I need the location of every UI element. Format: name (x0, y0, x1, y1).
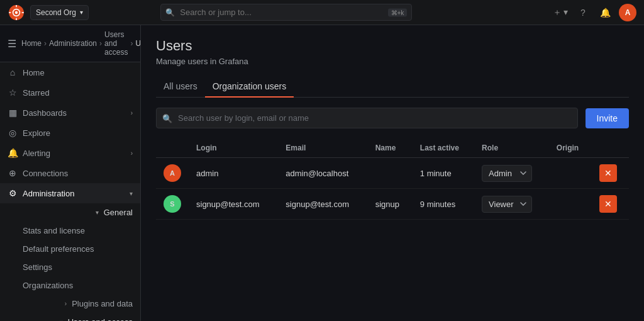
grafana-logo[interactable] (8, 4, 25, 21)
col-actions (592, 138, 629, 158)
search-invite-row: 🔍 Invite (156, 108, 629, 128)
cell-email: admin@localhost (278, 158, 367, 189)
page-subtitle: Manage users in Grafana (156, 57, 629, 66)
avatar: S (164, 195, 181, 213)
table-row: A admin admin@localhost 1 minute AdminEd… (156, 158, 629, 189)
sidebar-item-organizations[interactable]: Organizations (0, 276, 140, 295)
search-shortcut-badge: ⌘+k (388, 8, 408, 16)
sidebar-dashboards-label: Dashboards (23, 108, 67, 118)
plugins-chevron-icon: › (65, 300, 67, 307)
sidebar-administration-label: Administration (23, 189, 74, 198)
notifications-button[interactable]: 🔔 (596, 3, 615, 22)
search-input[interactable] (160, 4, 412, 21)
administration-chevron-icon: ▾ (130, 190, 133, 197)
sidebar-item-alerting[interactable]: 🔔 Alerting › (0, 143, 140, 163)
invite-button[interactable]: Invite (586, 108, 629, 128)
breadcrumb-administration[interactable]: Administration (49, 39, 97, 48)
cell-origin (549, 158, 592, 189)
sidebar-item-explore[interactable]: ◎ Explore (0, 123, 140, 143)
cell-last-active: 9 minutes (413, 189, 474, 220)
sidebar-group-users-access[interactable]: ▾ Users and access (0, 313, 140, 321)
sidebar: ☰ Home › Administration › Users and acce… (0, 25, 141, 321)
table-row: S signup@test.com signup@test.com signup… (156, 189, 629, 220)
cell-origin (549, 189, 592, 220)
sidebar-connections-label: Connections (23, 169, 68, 178)
settings-label: Settings (23, 262, 52, 272)
col-email: Email (278, 138, 367, 158)
delete-button[interactable]: ✕ (599, 195, 617, 213)
explore-icon: ◎ (8, 128, 18, 138)
user-search-icon: 🔍 (162, 113, 172, 123)
sidebar-home-label: Home (23, 68, 45, 77)
cell-role: AdminEditorViewer (474, 189, 549, 220)
sidebar-item-settings[interactable]: Settings (0, 258, 140, 276)
sidebar-starred-label: Starred (23, 88, 50, 98)
add-icon: ＋ ▾ (553, 7, 569, 18)
tab-org-users[interactable]: Organization users (205, 76, 294, 98)
help-icon: ? (580, 8, 586, 18)
organizations-label: Organizations (23, 281, 73, 290)
user-avatar[interactable]: A (619, 4, 636, 21)
sidebar-group-general[interactable]: ▾ General (0, 203, 140, 222)
delete-button[interactable]: ✕ (599, 164, 617, 182)
tab-all-users[interactable]: All users (156, 76, 205, 98)
sidebar-plugins-label: Plugins and data (72, 299, 133, 308)
sidebar-item-default-preferences[interactable]: Default preferences (0, 240, 140, 258)
svg-point-6 (15, 11, 18, 13)
org-dropdown-icon: ▾ (80, 9, 83, 16)
breadcrumb-home[interactable]: Home (21, 39, 42, 48)
cell-delete: ✕ (592, 189, 629, 220)
alerting-icon: 🔔 (8, 148, 18, 158)
sidebar-item-connections[interactable]: ⊕ Connections (0, 163, 140, 183)
app-layout: ☰ Home › Administration › Users and acce… (0, 25, 644, 321)
cell-role: AdminEditorViewer (474, 158, 549, 189)
top-nav: Second Org ▾ 🔍 ⌘+k ＋ ▾ ? 🔔 A (0, 0, 644, 25)
org-selector[interactable]: Second Org ▾ (30, 5, 89, 20)
user-avatar-cell: S (156, 189, 189, 220)
add-button[interactable]: ＋ ▾ (551, 3, 570, 22)
col-origin: Origin (549, 138, 592, 158)
page-title: Users (156, 38, 629, 54)
top-nav-actions: ＋ ▾ ? 🔔 A (551, 3, 636, 22)
sidebar-item-dashboards[interactable]: ▦ Dashboards › (0, 103, 140, 123)
stats-license-label: Stats and license (23, 226, 85, 235)
sidebar-group-plugins[interactable]: › Plugins and data (0, 295, 140, 313)
sidebar-item-home[interactable]: ⌂ Home (0, 62, 140, 82)
org-name-label: Second Org (36, 8, 76, 17)
sidebar-explore-label: Explore (23, 128, 50, 138)
col-last-active: Last active (413, 138, 474, 158)
avatar: A (164, 164, 181, 182)
sidebar-item-administration[interactable]: ⚙ Administration ▾ (0, 183, 140, 203)
table-header-row: Login Email Name Last active Role Origin (156, 138, 629, 158)
user-avatar-cell: A (156, 158, 189, 189)
role-select[interactable]: AdminEditorViewer (482, 165, 532, 182)
user-search-input[interactable] (156, 108, 578, 128)
home-icon: ⌂ (8, 67, 18, 77)
star-icon: ☆ (8, 87, 18, 98)
default-preferences-label: Default preferences (23, 244, 94, 254)
main-content: Users Manage users in Grafana All users … (141, 25, 644, 321)
sidebar-users-access-label: Users and access (68, 317, 133, 321)
avatar-initials: A (625, 8, 631, 17)
sidebar-item-starred[interactable]: ☆ Starred (0, 82, 140, 103)
cell-name (368, 158, 413, 189)
sidebar-item-stats-license[interactable]: Stats and license (0, 222, 140, 240)
dashboards-icon: ▦ (8, 108, 18, 118)
cell-name: signup (368, 189, 413, 220)
sidebar-general-label: General (104, 208, 133, 217)
alerting-chevron-icon: › (131, 150, 133, 157)
hamburger-button[interactable]: ☰ (8, 35, 16, 52)
cell-login: signup@test.com (189, 189, 278, 220)
dashboards-chevron-icon: › (131, 110, 133, 116)
help-button[interactable]: ? (574, 3, 592, 22)
users-access-chevron-icon: ▾ (60, 318, 63, 321)
user-search-wrap: 🔍 (156, 108, 578, 128)
col-login: Login (189, 138, 278, 158)
global-search-bar: 🔍 ⌘+k (160, 4, 412, 21)
breadcrumb-users-access[interactable]: Users and access (104, 30, 128, 57)
cell-email: signup@test.com (278, 189, 367, 220)
sidebar-alerting-label: Alerting (23, 149, 50, 158)
col-avatar (156, 138, 189, 158)
role-select[interactable]: AdminEditorViewer (482, 196, 532, 213)
connections-icon: ⊕ (8, 168, 18, 178)
